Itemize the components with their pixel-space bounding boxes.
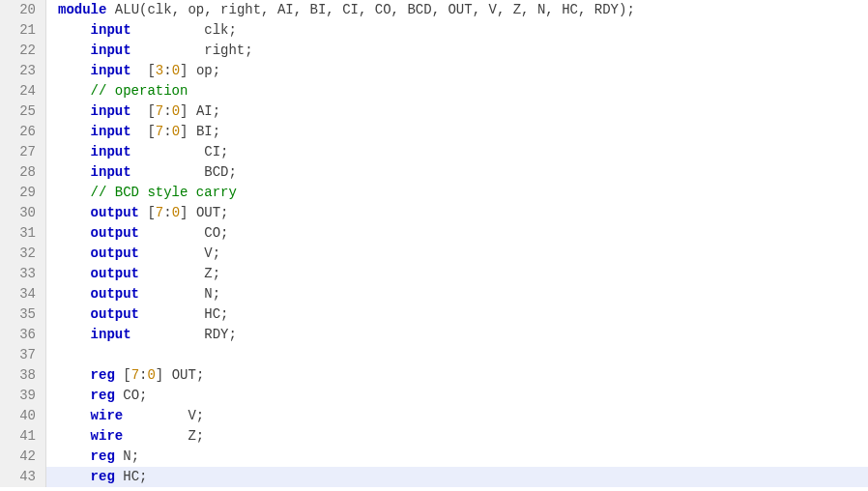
token-cmt: // BCD style carry	[91, 185, 237, 200]
token-punct: ,	[172, 2, 188, 17]
line-number: 24	[0, 81, 46, 101]
code-content[interactable]: reg HC;	[46, 467, 868, 487]
token-ident: OUT	[172, 367, 196, 383]
code-content[interactable]: input CI;	[46, 142, 868, 162]
token-punct: ;	[196, 408, 204, 423]
code-line[interactable]: 23 input [3:0] op;	[0, 61, 868, 81]
token-ident: RDY	[204, 327, 228, 342]
code-line[interactable]: 22 input right;	[0, 41, 868, 61]
token-punct: [	[131, 124, 156, 139]
line-number: 36	[0, 325, 46, 345]
code-content[interactable]: output V;	[46, 244, 868, 264]
code-line[interactable]: 37	[0, 345, 868, 365]
code-line[interactable]: 35 output HC;	[0, 304, 868, 325]
line-number: 25	[0, 101, 46, 122]
token-kw: input	[91, 164, 131, 180]
token-kw: reg	[91, 388, 115, 403]
token-ident: HC	[562, 2, 578, 17]
code-content[interactable]: output CO;	[46, 223, 868, 244]
token-punct	[58, 83, 91, 99]
code-line[interactable]: 24 // operation	[0, 81, 868, 101]
token-ident: BCD	[204, 164, 228, 180]
code-line[interactable]: 36 input RDY;	[0, 325, 868, 345]
token-punct	[58, 225, 91, 241]
code-content[interactable]: input [7:0] BI;	[46, 122, 868, 142]
code-content[interactable]: module ALU(clk, op, right, AI, BI, CI, C…	[46, 0, 868, 20]
code-content[interactable]: // operation	[46, 81, 868, 101]
code-content[interactable]: wire V;	[46, 406, 868, 426]
token-num: 0	[147, 367, 155, 383]
token-ident: CO	[123, 388, 139, 403]
token-punct: ,	[497, 2, 513, 17]
code-content[interactable]: reg N;	[46, 447, 868, 467]
token-num: 0	[172, 205, 180, 220]
token-punct: ;	[131, 448, 139, 464]
token-kw: input	[91, 144, 131, 159]
code-line[interactable]: 33 output Z;	[0, 264, 868, 284]
code-line[interactable]: 20module ALU(clk, op, right, AI, BI, CI,…	[0, 0, 868, 20]
token-punct	[139, 246, 204, 261]
token-punct: [	[139, 205, 156, 220]
code-content[interactable]: input RDY;	[46, 325, 868, 345]
token-punct: ,	[204, 2, 220, 17]
token-punct: ]	[180, 63, 196, 78]
token-punct	[115, 388, 123, 403]
token-punct	[58, 246, 91, 261]
code-line[interactable]: 40 wire V;	[0, 406, 868, 426]
token-ident: Z	[188, 428, 195, 444]
code-line[interactable]: 29 // BCD style carry	[0, 183, 868, 203]
code-content[interactable]: output N;	[46, 284, 868, 304]
code-line[interactable]: 21 input clk;	[0, 20, 868, 41]
line-number: 26	[0, 122, 46, 142]
token-kw: input	[91, 22, 131, 38]
code-line[interactable]: 41 wire Z;	[0, 426, 868, 447]
line-number: 27	[0, 142, 46, 162]
token-kw: input	[91, 103, 131, 119]
code-content[interactable]: output HC;	[46, 304, 868, 325]
token-punct	[58, 164, 91, 180]
code-editor[interactable]: 20module ALU(clk, op, right, AI, BI, CI,…	[0, 0, 868, 487]
code-content[interactable]: output [7:0] OUT;	[46, 203, 868, 223]
code-content[interactable]: reg CO;	[46, 386, 868, 406]
token-punct	[139, 286, 204, 302]
code-line[interactable]: 31 output CO;	[0, 223, 868, 244]
code-line[interactable]: 26 input [7:0] BI;	[0, 122, 868, 142]
token-punct	[58, 448, 91, 464]
code-content[interactable]: // BCD style carry	[46, 183, 868, 203]
code-line[interactable]: 42 reg N;	[0, 447, 868, 467]
code-content[interactable]: wire Z;	[46, 426, 868, 447]
code-line[interactable]: 30 output [7:0] OUT;	[0, 203, 868, 223]
code-content[interactable]: input [3:0] op;	[46, 61, 868, 81]
code-content[interactable]: input [7:0] AI;	[46, 101, 868, 122]
code-line[interactable]: 34 output N;	[0, 284, 868, 304]
code-line[interactable]: 43 reg HC;	[0, 467, 868, 487]
token-punct: ;	[139, 388, 147, 403]
token-kw: wire	[91, 428, 124, 444]
code-line[interactable]: 27 input CI;	[0, 142, 868, 162]
code-content[interactable]: output Z;	[46, 264, 868, 284]
code-content[interactable]: input clk;	[46, 20, 868, 41]
code-content[interactable]: input right;	[46, 41, 868, 61]
token-ident: BCD	[407, 2, 431, 17]
token-num: 3	[156, 63, 163, 78]
code-content[interactable]: input BCD;	[46, 162, 868, 183]
token-punct: ;	[213, 103, 220, 119]
token-ident: AI	[196, 103, 213, 119]
code-line[interactable]: 32 output V;	[0, 244, 868, 264]
token-punct: ;	[626, 2, 634, 17]
code-content[interactable]	[46, 345, 868, 365]
code-line[interactable]: 28 input BCD;	[0, 162, 868, 183]
token-num: 7	[131, 367, 139, 383]
token-punct: [	[131, 63, 156, 78]
code-line[interactable]: 25 input [7:0] AI;	[0, 101, 868, 122]
token-punct: ]	[180, 124, 196, 139]
code-line[interactable]: 38 reg [7:0] OUT;	[0, 365, 868, 386]
token-punct	[139, 225, 204, 241]
token-punct: ]	[180, 205, 196, 220]
code-content[interactable]: reg [7:0] OUT;	[46, 365, 868, 386]
token-kw: output	[91, 306, 139, 322]
line-number: 35	[0, 304, 46, 325]
token-ident: AI	[277, 2, 294, 17]
code-line[interactable]: 39 reg CO;	[0, 386, 868, 406]
token-ident: OUT	[448, 2, 472, 17]
